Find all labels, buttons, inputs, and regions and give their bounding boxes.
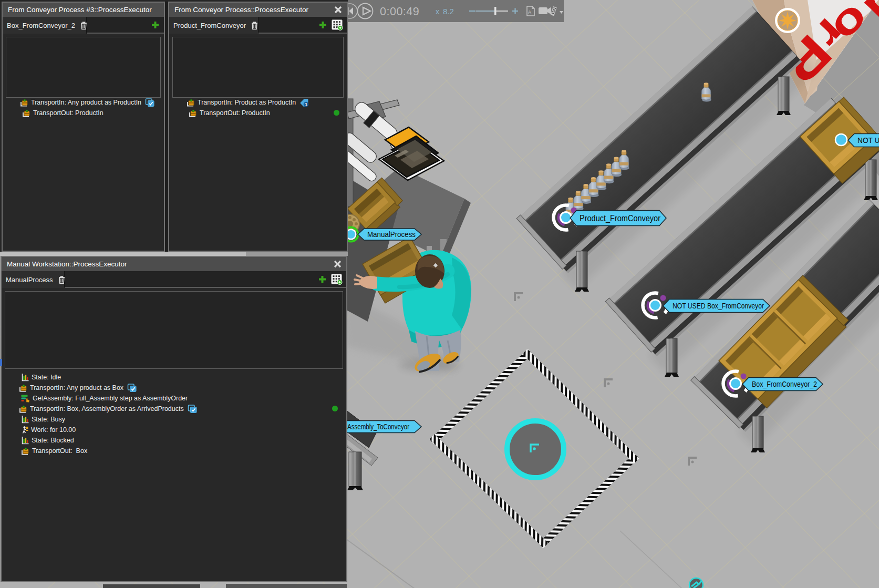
- svg-text:1: 1: [305, 101, 307, 107]
- svg-text:x: x: [436, 7, 439, 16]
- svg-text:A: A: [528, 9, 531, 15]
- svg-text:8.2: 8.2: [443, 7, 454, 16]
- svg-text:NOT USED Box_FromConveyor: NOT USED Box_FromConveyor: [673, 301, 764, 310]
- svg-text:Box_FromConveyor_2: Box_FromConveyor_2: [752, 379, 817, 388]
- svg-text:NOT USED Box_FromConveyor: NOT USED Box_FromConveyor: [857, 136, 879, 145]
- svg-text:Product_FromConveyor: Product_FromConveyor: [580, 214, 661, 223]
- svg-text:Assembly_ToConveyor: Assembly_ToConveyor: [347, 422, 409, 431]
- svg-text:0:00:49: 0:00:49: [380, 5, 419, 18]
- svg-text:ManualProcess: ManualProcess: [367, 230, 416, 239]
